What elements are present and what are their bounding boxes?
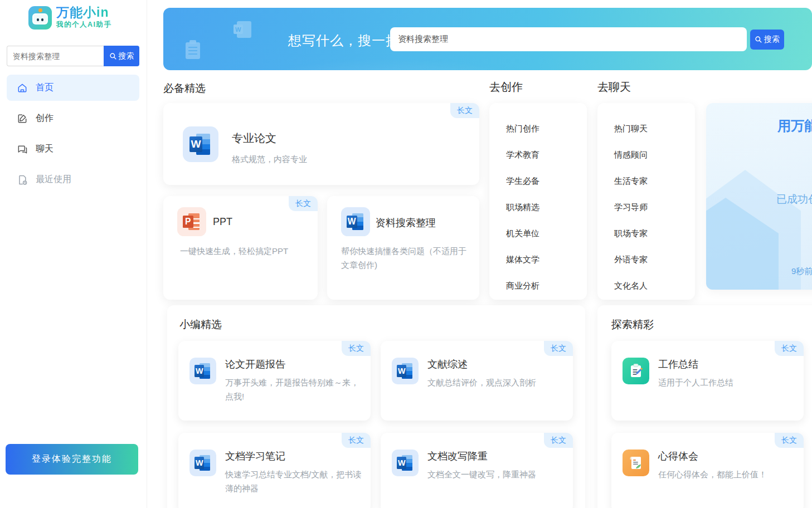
word-deco-icon [237,21,251,38]
promo-timestamp: 9秒前 [791,266,812,277]
sidebar-search: 搜索 [7,46,139,66]
card-subtitle: 适用于个人工作总结 [658,375,796,389]
search-icon [109,52,117,60]
app-tagline: 我的个人AI助手 [56,20,112,30]
chat-item[interactable]: 热门聊天 [614,115,695,141]
card-thesis-proposal[interactable]: 长文 W 论文开题报告 万事开头难，开题报告特别难～来，点我! [178,341,371,421]
long-text-badge: 长文 [775,341,804,356]
create-item[interactable]: 机关单位 [506,220,587,246]
robot-logo-icon [28,6,52,30]
card-title: 文献综述 [427,358,468,371]
word-icon: W [189,358,216,384]
card-title: 资料搜索整理 [376,216,436,229]
editors-heading: 小编精选 [179,318,222,332]
word-icon: W [189,450,216,476]
card-title: 工作总结 [658,358,698,371]
editors-section: 小编精选 长文 W 论文开题报告 万事开头难，开题报告特别难～来，点我! 长文 … [167,305,585,508]
create-item[interactable]: 职场精选 [506,194,587,220]
card-title: PPT [213,216,232,228]
card-work-summary[interactable]: 长文 工作总结 适用于个人工作总结 [611,341,804,421]
chat-list-card: 热门聊天 情感顾问 生活专家 学习导师 职场专家 外语专家 文化名人 [597,103,695,300]
chat-item[interactable]: 文化名人 [614,272,695,299]
sidebar-search-input[interactable] [7,46,104,66]
long-text-badge: 长文 [450,103,479,118]
explore-section: 探索精彩 长文 工作总结 适用于个人工作总结 长文 心得体会 任何心得体会，都能… [597,305,812,508]
long-text-badge: 长文 [775,433,804,448]
chat-item[interactable]: 生活专家 [614,168,695,194]
long-text-badge: 长文 [289,196,318,211]
word-icon: W [392,450,419,476]
scroll-feather-icon [623,450,649,476]
edit-icon [17,113,28,124]
card-subtitle: 一键快速生成，轻松搞定PPT [180,244,305,258]
card-data-search[interactable]: W 资料搜索整理 帮你快速搞懂各类问题（不适用于文章创作) [327,196,479,300]
card-subtitle: 文献总结评价，观点深入剖析 [427,375,566,389]
sidebar-item-create[interactable]: 创作 [7,105,139,131]
sidebar-item-home[interactable]: 首页 [7,75,139,101]
create-item[interactable]: 商业分析 [506,272,587,299]
card-subtitle: 帮你快速搞懂各类问题（不适用于文章创作) [341,244,468,272]
app-name: 万能小in [56,6,112,19]
word-icon: W [341,207,370,236]
essentials-heading: 必备精选 [163,81,206,96]
long-text-badge: 长文 [342,433,371,448]
create-list-card: 热门创作 学术教育 学生必备 职场精选 机关单位 媒体文学 商业分析 [489,103,587,300]
create-heading: 去创作 [489,80,523,95]
search-banner: 想写什么，搜一搜 搜索 [163,8,812,70]
clipboard-pen-icon [623,358,649,384]
promo-status-text: 已成功创 [776,192,812,207]
sidebar-search-button[interactable]: 搜索 [104,46,139,66]
chat-icon [17,144,28,155]
card-title: 论文开题报告 [225,358,285,371]
create-item[interactable]: 热门创作 [506,115,587,141]
search-icon [755,36,762,43]
explore-heading: 探索精彩 [611,318,654,332]
login-button[interactable]: 登录体验完整功能 [6,444,138,475]
chat-item[interactable]: 外语专家 [614,246,695,272]
card-subtitle: 任何心得体会，都能上价值！ [658,467,796,481]
card-subtitle: 格式规范，内容专业 [232,152,307,166]
long-text-badge: 长文 [342,341,371,356]
card-literature-review[interactable]: 长文 W 文献综述 文献总结评价，观点深入剖析 [381,341,573,421]
card-subtitle: 万事开头难，开题报告特别难～来，点我! [225,375,363,403]
card-title: 文档学习笔记 [225,450,285,463]
create-item[interactable]: 学术教育 [506,141,587,168]
banner-arc-decoration [163,51,643,70]
app-logo: 万能小in 我的个人AI助手 [28,6,112,30]
card-title: 心得体会 [658,450,698,463]
create-item[interactable]: 媒体文学 [506,246,587,272]
recent-doc-clock-icon [17,174,28,185]
sidebar-item-chat[interactable]: 聊天 [7,136,139,162]
card-reflections[interactable]: 长文 心得体会 任何心得体会，都能上价值！ [611,433,804,508]
long-text-badge: 长文 [544,433,573,448]
card-subtitle: 快速学习总结专业文档/文献，把书读薄的神器 [225,467,363,495]
chat-item[interactable]: 学习导师 [614,194,695,220]
sidebar-menu: 首页 创作 聊天 最近使用 [7,75,139,197]
clipboard-deco-icon [186,42,200,59]
sidebar: 万能小in 我的个人AI助手 搜索 首页 创作 聊天 最近使用 登录体验完整功能 [0,0,147,508]
promo-card[interactable]: 用万能 已成功创 9秒前 [706,103,812,290]
banner-prompt: 想写什么，搜一搜 [288,32,400,50]
card-study-notes[interactable]: 长文 W 文档学习笔记 快速学习总结专业文档/文献，把书读薄的神器 [178,433,371,508]
chat-heading: 去聊天 [597,80,631,95]
home-icon [17,82,28,94]
word-icon: W [183,126,218,162]
banner-search-button[interactable]: 搜索 [750,30,784,50]
card-rewrite-dedup[interactable]: 长文 W 文档改写降重 文档全文一键改写，降重神器 [381,433,573,508]
word-icon: W [392,358,419,384]
chat-item[interactable]: 情感顾问 [614,141,695,168]
card-title: 专业论文 [232,131,276,146]
long-text-badge: 长文 [544,341,573,356]
card-subtitle: 文档全文一键改写，降重神器 [427,467,566,481]
card-professional-paper[interactable]: 长文 W 专业论文 格式规范，内容专业 [163,103,479,185]
sidebar-item-recent[interactable]: 最近使用 [7,167,139,193]
chat-item[interactable]: 职场专家 [614,220,695,246]
banner-search-input[interactable] [390,27,747,51]
card-ppt[interactable]: 长文 P PPT 一键快速生成，轻松搞定PPT [163,196,318,300]
promo-title: 用万能 [777,117,812,135]
create-item[interactable]: 学生必备 [506,168,587,194]
card-title: 文档改写降重 [427,450,488,463]
ppt-icon: P [177,207,206,236]
